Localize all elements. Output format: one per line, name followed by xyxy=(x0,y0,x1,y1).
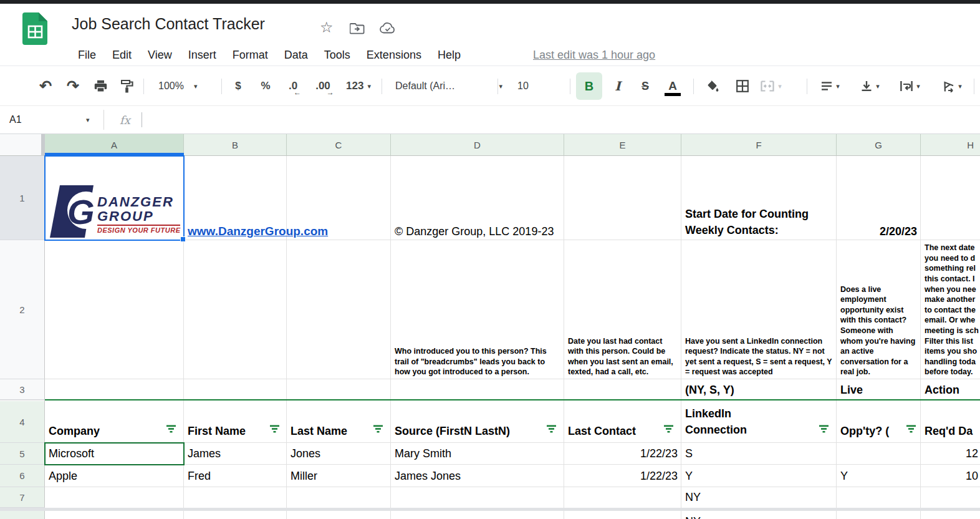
cell-H2[interactable]: The next date you need to d something re… xyxy=(921,240,980,379)
column-header-B[interactable]: B xyxy=(184,134,287,156)
row-header-3[interactable]: 3 xyxy=(0,379,45,400)
text-wrap-button[interactable]: ▾ xyxy=(893,72,928,100)
filter-icon[interactable] xyxy=(269,424,280,434)
menu-insert[interactable]: Insert xyxy=(180,49,224,62)
cell-F1[interactable]: Start Date for Counting Weekly Contacts: xyxy=(681,156,814,240)
column-header-D[interactable]: D xyxy=(391,134,564,156)
font-family-select[interactable]: Default (Ari… ▾ xyxy=(388,72,510,100)
merge-cells-button[interactable]: ▾ xyxy=(758,72,784,100)
row-header-7[interactable]: 7 xyxy=(0,487,45,508)
vertical-align-button[interactable]: ▾ xyxy=(853,72,888,100)
formula-input[interactable] xyxy=(150,105,980,134)
undo-button[interactable]: ↶ xyxy=(32,72,59,100)
menu-file[interactable]: File xyxy=(70,49,104,62)
menu-data[interactable]: Data xyxy=(276,49,316,62)
print-button[interactable] xyxy=(87,72,113,100)
row-header-1[interactable]: 1 xyxy=(0,156,45,240)
cell-E5[interactable]: 1/22/23 xyxy=(564,443,681,465)
cell-D6[interactable]: James Jones xyxy=(391,465,564,487)
cell-D5[interactable]: Mary Smith xyxy=(391,443,564,465)
row-header-6[interactable]: 6 xyxy=(0,465,45,487)
select-all-corner[interactable] xyxy=(0,134,45,156)
cell-A6[interactable]: Apple xyxy=(45,465,184,487)
cloud-saved-icon[interactable] xyxy=(380,21,396,38)
borders-button[interactable] xyxy=(729,72,756,100)
cell-G6[interactable]: Y xyxy=(837,465,921,487)
danzger-link[interactable]: www.DanzgerGroup.com xyxy=(188,225,328,238)
menu-view[interactable]: View xyxy=(140,49,180,62)
zoom-select[interactable]: 100% ▾ xyxy=(150,72,222,100)
cell-C5[interactable]: Jones xyxy=(287,443,391,465)
cell-F5[interactable]: S xyxy=(681,443,837,465)
sheets-logo-icon[interactable] xyxy=(22,12,47,47)
cell-E4-lastcontact-header[interactable]: Last Contact xyxy=(564,401,681,443)
text-color-button[interactable]: A xyxy=(660,72,686,100)
cell-D4-source-header[interactable]: Source (FirstN LastN) xyxy=(391,401,564,443)
cell-E6[interactable]: 1/22/23 xyxy=(564,465,681,487)
cell-H4-reqd-header[interactable]: Req'd Da xyxy=(921,401,980,443)
name-box[interactable]: A1 ▾ xyxy=(0,105,100,134)
cell-F7[interactable]: NY xyxy=(681,487,837,508)
cell-F3[interactable]: (NY, S, Y) xyxy=(681,379,837,400)
cell-C4-lastname-header[interactable]: Last Name xyxy=(287,401,391,443)
cell-D1[interactable]: © Danzger Group, LLC 2019-23 xyxy=(391,156,564,240)
column-header-E[interactable]: E xyxy=(564,134,681,156)
paint-format-button[interactable] xyxy=(115,72,140,100)
text-rotation-button[interactable]: ▾ xyxy=(933,72,970,100)
row-header-4[interactable]: 4 xyxy=(0,401,45,443)
strikethrough-button[interactable]: S xyxy=(632,72,658,100)
cell-F6[interactable]: Y xyxy=(681,465,837,487)
filter-icon[interactable] xyxy=(546,424,557,434)
italic-button[interactable]: I xyxy=(605,72,631,100)
menu-format[interactable]: Format xyxy=(224,49,276,62)
bold-button[interactable]: B xyxy=(576,72,602,100)
last-edit-link[interactable]: Last edit was 1 hour ago xyxy=(533,45,655,65)
filter-icon[interactable] xyxy=(906,424,916,434)
row-header-2[interactable]: 2 xyxy=(0,240,45,379)
cell-B6[interactable]: Fred xyxy=(184,465,287,487)
menu-edit[interactable]: Edit xyxy=(104,49,140,62)
cell-F4-linkedin-header[interactable]: LinkedIn Connection xyxy=(681,401,837,443)
cell-B5[interactable]: James xyxy=(184,443,287,465)
row-header-8[interactable]: 8 xyxy=(0,511,45,519)
cell-G3[interactable]: Live xyxy=(837,379,921,400)
cell-B4-firstname-header[interactable]: First Name xyxy=(184,401,287,443)
cell-G2[interactable]: Does a live employment opportunity exist… xyxy=(837,240,921,379)
menu-help[interactable]: Help xyxy=(430,49,469,62)
column-header-C[interactable]: C xyxy=(287,134,391,156)
filter-icon[interactable] xyxy=(663,424,674,434)
cell-E2[interactable]: Date you last had contact with this pers… xyxy=(564,240,681,379)
horizontal-align-button[interactable]: ▾ xyxy=(813,72,848,100)
fill-handle[interactable] xyxy=(180,236,186,242)
cell-G4-oppty-header[interactable]: Opp'ty? ( xyxy=(837,401,921,443)
filter-icon[interactable] xyxy=(166,424,176,434)
cell-D2[interactable]: Who introduced you to this person? This … xyxy=(391,240,564,379)
cell-F8[interactable]: NY xyxy=(681,511,837,519)
format-percent-button[interactable]: % xyxy=(253,72,278,100)
cell-H3[interactable]: Action xyxy=(921,379,980,400)
decrease-decimal-button[interactable]: .0← xyxy=(279,72,307,100)
cell-A4-company-header[interactable]: Company xyxy=(45,401,184,443)
column-header-G[interactable]: G xyxy=(837,134,921,156)
cell-F2[interactable]: Have you sent a LinkedIn connection requ… xyxy=(681,240,837,379)
star-icon[interactable]: ☆ xyxy=(320,19,334,36)
column-header-F[interactable]: F xyxy=(681,134,837,156)
increase-decimal-button[interactable]: .00→ xyxy=(308,72,338,100)
format-currency-button[interactable]: $ xyxy=(226,72,251,100)
cell-H5[interactable]: 12 xyxy=(966,443,980,465)
row-header-5[interactable]: 5 xyxy=(0,443,45,465)
fill-color-button[interactable] xyxy=(699,72,726,100)
cell-G1[interactable]: 2/20/23 xyxy=(837,156,921,240)
redo-button[interactable]: ↷ xyxy=(60,72,86,100)
move-to-folder-icon[interactable] xyxy=(350,21,365,38)
cell-B1[interactable]: www.DanzgerGroup.com xyxy=(184,156,358,240)
menu-tools[interactable]: Tools xyxy=(316,49,358,62)
cell-C6[interactable]: Miller xyxy=(287,465,391,487)
filter-icon[interactable] xyxy=(819,424,829,434)
filter-icon[interactable] xyxy=(373,424,383,434)
more-formats-button[interactable]: 123 ▾ xyxy=(339,72,378,100)
document-title[interactable]: Job Search Contact Tracker xyxy=(72,15,265,33)
column-header-H[interactable]: H xyxy=(921,134,980,156)
cell-H6[interactable]: 10 xyxy=(966,465,980,487)
menu-extensions[interactable]: Extensions xyxy=(358,49,430,62)
